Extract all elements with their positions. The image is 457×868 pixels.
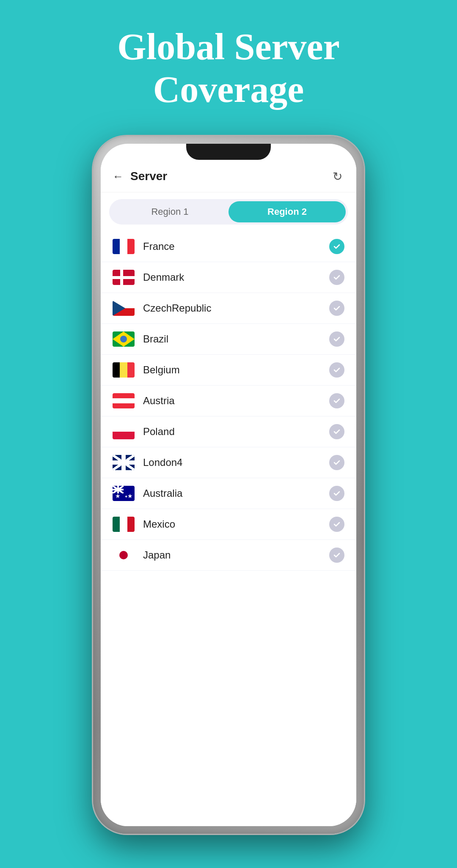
- country-name: Denmark: [143, 271, 329, 283]
- country-name: Brazil: [143, 333, 329, 345]
- phone-mockup: ← Server ↻ Region 1 Region 2 France: [93, 136, 364, 834]
- check-circle-inactive: [329, 331, 344, 347]
- country-list: France Denmark: [101, 231, 356, 571]
- flag-japan: [113, 548, 135, 563]
- check-circle-inactive: [329, 517, 344, 532]
- app-header: ← Server ↻: [101, 161, 356, 192]
- country-name: London4: [143, 457, 329, 468]
- flag-brazil: [113, 331, 135, 347]
- flag-austria: [113, 393, 135, 408]
- list-item[interactable]: Belgium: [101, 355, 356, 386]
- list-item[interactable]: Poland: [101, 416, 356, 447]
- country-name: CzechRepublic: [143, 302, 329, 314]
- list-item[interactable]: Denmark: [101, 262, 356, 293]
- list-item[interactable]: Austria: [101, 386, 356, 416]
- flag-france: [113, 239, 135, 254]
- refresh-icon: ↻: [333, 170, 342, 183]
- page-title: Global Server Coverage: [117, 25, 339, 111]
- country-name: France: [143, 241, 329, 252]
- back-button[interactable]: ←: [113, 170, 124, 183]
- list-item[interactable]: France: [101, 231, 356, 262]
- check-circle-active: [329, 239, 344, 254]
- check-circle-inactive: [329, 362, 344, 378]
- list-item[interactable]: Mexico: [101, 509, 356, 540]
- flag-denmark: [113, 270, 135, 285]
- tab-region1[interactable]: Region 1: [111, 201, 228, 222]
- check-circle-inactive: [329, 393, 344, 408]
- check-circle-inactive: [329, 548, 344, 563]
- list-item[interactable]: ★ ✦ Australia: [101, 478, 356, 509]
- country-name: Austria: [143, 395, 329, 407]
- refresh-button[interactable]: ↻: [330, 169, 344, 183]
- flag-poland: [113, 424, 135, 439]
- tab-switcher: Region 1 Region 2: [109, 199, 348, 225]
- list-item[interactable]: Brazil: [101, 324, 356, 355]
- list-item[interactable]: Japan: [101, 540, 356, 571]
- country-name: Mexico: [143, 518, 329, 530]
- flag-uk: [113, 455, 135, 470]
- check-circle-inactive: [329, 486, 344, 501]
- phone-notch: [186, 144, 271, 160]
- phone-screen: ← Server ↻ Region 1 Region 2 France: [101, 144, 356, 826]
- country-name: Australia: [143, 487, 329, 499]
- country-name: Poland: [143, 426, 329, 438]
- check-circle-inactive: [329, 301, 344, 316]
- flag-czech: [113, 301, 135, 316]
- country-name: Belgium: [143, 364, 329, 376]
- list-item[interactable]: London4: [101, 447, 356, 478]
- check-circle-inactive: [329, 424, 344, 439]
- check-circle-inactive: [329, 270, 344, 285]
- app-content: ← Server ↻ Region 1 Region 2 France: [101, 161, 356, 826]
- flag-mexico: [113, 517, 135, 532]
- server-title: Server: [130, 170, 330, 183]
- tab-region2[interactable]: Region 2: [228, 201, 346, 222]
- list-item[interactable]: CzechRepublic: [101, 293, 356, 324]
- flag-belgium: [113, 362, 135, 378]
- country-name: Japan: [143, 549, 329, 561]
- japan-circle: [119, 551, 128, 559]
- flag-australia: ★ ✦: [113, 486, 135, 501]
- check-circle-inactive: [329, 455, 344, 470]
